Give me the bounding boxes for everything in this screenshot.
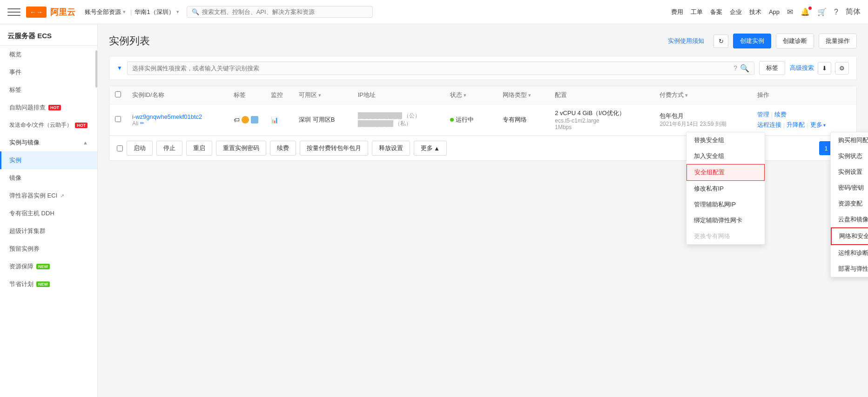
nav-right: 费用 工单 备案 企业 技术 App ✉ 🔔 🛒 ? 简体 xyxy=(671,7,861,17)
modify-ip-item[interactable]: 修改私有IP xyxy=(686,181,765,197)
manage-link[interactable]: 管理 xyxy=(757,110,769,119)
instance-status-cell: 运行中 xyxy=(444,104,497,136)
create-diagnosis-btn[interactable]: 创建诊断 xyxy=(776,34,814,48)
ops-diag-item[interactable]: 运维和诊断 NEW › xyxy=(831,245,868,261)
search-icon: 🔍 xyxy=(192,8,199,15)
cart-icon[interactable]: 🛒 xyxy=(817,7,827,16)
region-selector[interactable]: 华南1（深圳） ▾ xyxy=(135,8,179,16)
tag-icon[interactable]: 🏷 xyxy=(234,116,240,123)
nav-item-enterprise[interactable]: 企业 xyxy=(730,8,742,16)
instance-settings-item[interactable]: 实例设置 › xyxy=(831,164,868,180)
batch-ops-btn[interactable]: 批量操作 xyxy=(819,34,857,48)
help-icon[interactable]: ? xyxy=(834,8,838,16)
select-all-checkbox[interactable] xyxy=(115,91,121,97)
sidebar-item-events[interactable]: 事件 xyxy=(0,63,97,81)
password-key-item[interactable]: 密码/密钥 › xyxy=(831,180,868,196)
col-zone[interactable]: 可用区 ▾ xyxy=(293,86,352,104)
nav-item-support[interactable]: 技术 xyxy=(749,8,761,16)
sidebar-item-troubleshoot[interactable]: 自助问题排查 HOT xyxy=(0,99,97,116)
sidebar-item-resource[interactable]: 资源保障 NEW xyxy=(0,258,97,275)
reset-password-btn[interactable]: 重置实例密码 xyxy=(216,141,266,156)
sg-config-item[interactable]: 安全组配置 xyxy=(686,164,765,181)
new-badge: NEW xyxy=(36,281,50,287)
refresh-btn[interactable]: ↻ xyxy=(713,34,728,48)
col-action: 操作 xyxy=(752,86,856,104)
bind-nic-item[interactable]: 绑定辅助弹性网卡 xyxy=(686,212,765,228)
col-status[interactable]: 状态 ▾ xyxy=(444,86,497,104)
continue-link[interactable]: 续费 xyxy=(774,110,787,119)
disk-image-item[interactable]: 云盘和镜像 › xyxy=(831,212,868,227)
sidebar-item-overview[interactable]: 概览 xyxy=(0,46,97,63)
more-link[interactable]: 更多 ▾ xyxy=(810,121,826,129)
sidebar-item-scc[interactable]: 超级计算集群 xyxy=(0,222,97,240)
sidebar-item-eci[interactable]: 弹性容器实例 ECI ↗ xyxy=(0,187,97,205)
sidebar-item-savings[interactable]: 节省计划 NEW xyxy=(0,275,97,293)
col-network[interactable]: 网络类型 ▾ xyxy=(497,86,550,104)
filter-input[interactable] xyxy=(132,65,733,72)
usage-notice-btn[interactable]: 实例使用须知 xyxy=(663,34,709,48)
search-input[interactable] xyxy=(202,8,368,15)
bell-icon[interactable]: 🔔 xyxy=(801,7,810,16)
account-menu[interactable]: 账号全部资源 ▾ xyxy=(85,8,126,16)
upgrade-downgrade-link[interactable]: 升降配 xyxy=(787,121,805,129)
bottom-select-all[interactable] xyxy=(117,145,123,151)
instance-ip-cell: ██████████ （公） ████████ （私） xyxy=(352,104,444,136)
instance-id-link[interactable]: i-wz9gnqwhe5mekf01btc2 xyxy=(132,113,222,120)
stop-btn[interactable]: 停止 xyxy=(156,141,182,156)
resource-change-item[interactable]: 资源变配 › xyxy=(831,196,868,212)
download-btn[interactable]: ⬇ xyxy=(818,62,831,75)
renew-btn[interactable]: 续费 xyxy=(270,141,296,156)
scrollbar[interactable] xyxy=(95,50,97,88)
buy-same-item[interactable]: 购买相同配置 xyxy=(831,132,868,148)
instance-action-cell: 管理 | 续费 远程连接 | 升降配 | xyxy=(752,104,856,136)
global-search[interactable]: 🔍 xyxy=(187,6,373,18)
filter-search-btn[interactable]: 🔍 xyxy=(740,64,749,73)
switch-billing-btn[interactable]: 按量付费转包年包月 xyxy=(300,141,368,156)
lang-icon[interactable]: 简体 xyxy=(846,7,861,17)
sidebar-item-cloudassist[interactable]: 发送命令/文件（云助手） HOT xyxy=(0,116,97,134)
table-header-row: 实例ID/名称 标签 监控 可用区 ▾ xyxy=(109,86,856,104)
filter-collapse-icon[interactable]: ▼ xyxy=(117,65,122,71)
network-sg-item[interactable]: 网络和安全组 xyxy=(831,227,868,245)
nav-item-beian[interactable]: 备案 xyxy=(710,8,722,16)
start-btn[interactable]: 启动 xyxy=(127,141,153,156)
filter-input-wrap[interactable]: ? 🔍 xyxy=(127,62,754,75)
create-instance-btn[interactable]: 创建实例 xyxy=(733,34,771,48)
deploy-elastic-item[interactable]: 部署与弹性 NEW › xyxy=(831,261,868,277)
sidebar-header: 云服务器 ECS xyxy=(0,24,97,46)
header-actions: 实例使用须知 ↻ 创建实例 创建诊断 批量操作 xyxy=(663,34,857,48)
billing-date: 2021年6月14日 23:59 到期 xyxy=(659,120,746,128)
sidebar-item-reserved[interactable]: 预留实例券 xyxy=(0,240,97,258)
nav-item-ticket[interactable]: 工单 xyxy=(691,8,703,16)
sort-icon: ▾ xyxy=(528,92,531,98)
sidebar-item-images[interactable]: 镜像 xyxy=(0,169,97,187)
replace-sg-item[interactable]: 替换安全组 xyxy=(686,132,765,148)
message-icon[interactable]: ✉ xyxy=(787,7,793,16)
restart-btn[interactable]: 重启 xyxy=(186,141,212,156)
nav-item-cost[interactable]: 费用 xyxy=(671,8,683,16)
sidebar-item-instances[interactable]: 实例 xyxy=(0,151,97,169)
nav-item-app[interactable]: App xyxy=(769,8,780,15)
toolbar-more-btn[interactable]: 更多 ▲ xyxy=(414,141,447,156)
tag-filter-btn[interactable]: 标签 xyxy=(759,61,785,75)
question-icon[interactable]: ? xyxy=(733,64,737,72)
col-billing[interactable]: 付费方式 ▾ xyxy=(654,86,751,104)
sidebar-item-ddh[interactable]: 专有宿主机 DDH xyxy=(0,205,97,222)
sort-icon: ▾ xyxy=(685,92,688,98)
monitor-icon[interactable]: 📊 xyxy=(271,116,278,123)
join-sg-item[interactable]: 加入安全组 xyxy=(686,148,765,164)
manage-ip-item[interactable]: 管理辅助私网IP xyxy=(686,197,765,212)
release-btn[interactable]: 释放设置 xyxy=(372,141,410,156)
sidebar: 云服务器 ECS 概览 事件 标签 自助问题排查 HOT 发送命令/文件（云助手… xyxy=(0,24,98,397)
hamburger-menu[interactable] xyxy=(7,6,20,19)
sidebar-group-instances-images[interactable]: 实例与镜像 ▲ xyxy=(0,134,97,151)
remote-connect-link[interactable]: 远程连接 xyxy=(757,121,781,129)
advanced-search-btn[interactable]: 高级搜索 xyxy=(790,64,814,72)
instance-id-cell: i-wz9gnqwhe5mekf01btc2 Ali ✏ xyxy=(127,104,228,136)
edit-name-icon[interactable]: ✏ xyxy=(140,120,144,126)
settings-btn[interactable]: ⚙ xyxy=(835,62,849,75)
row-checkbox[interactable] xyxy=(115,116,121,122)
instance-status-item[interactable]: 实例状态 › xyxy=(831,148,868,164)
sidebar-item-tags[interactable]: 标签 xyxy=(0,81,97,99)
hot-badge: HOT xyxy=(48,105,61,110)
